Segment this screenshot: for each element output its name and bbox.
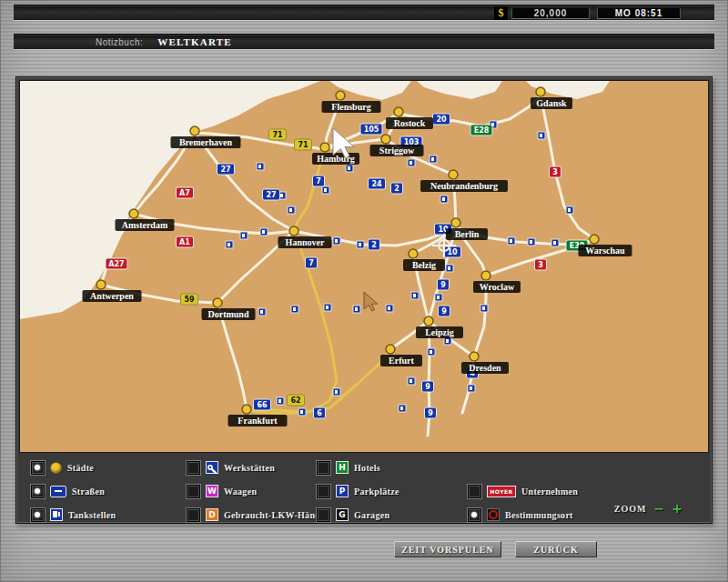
legend-checkbox-garagen[interactable] xyxy=(317,508,330,522)
svg-text:20: 20 xyxy=(436,115,447,124)
svg-text:3: 3 xyxy=(538,261,543,269)
legend-icon-waagen: W xyxy=(206,485,218,497)
fuel-station-icon xyxy=(288,206,295,214)
road-number-badge: 7 xyxy=(306,257,318,268)
notebook-label: Notizbuch: xyxy=(96,37,143,47)
legend-label-tankstellen: Tankstellen xyxy=(68,510,116,520)
clock-display: MO 08:51 xyxy=(597,7,681,19)
fuel-station-icon xyxy=(528,238,535,246)
fast-forward-time-button[interactable]: ZEIT VORSPULEN xyxy=(394,541,501,557)
svg-text:71: 71 xyxy=(272,131,283,139)
map-legend: StädteStraßenTankstellenWerkstättenWWaag… xyxy=(20,456,708,519)
legend-label-garagen: Garagen xyxy=(354,510,389,520)
svg-text:Wroclaw: Wroclaw xyxy=(480,282,515,292)
legend-icon-parkplaetze: P xyxy=(336,485,349,497)
legend-checkbox-unternehmen[interactable] xyxy=(468,485,481,498)
road-number-badge: 66 xyxy=(254,399,271,410)
road-number-badge: 9 xyxy=(439,306,450,316)
legend-label-unternehmen: Unternehmen xyxy=(521,487,578,497)
svg-text:27: 27 xyxy=(266,191,276,199)
road-number-badge: A1 xyxy=(177,236,194,247)
road-number-badge: 9 xyxy=(425,407,437,418)
svg-text:A7: A7 xyxy=(179,189,190,197)
road-number-badge: 105 xyxy=(360,124,382,135)
legend-label-waagen: Waagen xyxy=(224,487,257,497)
svg-text:Warschau: Warschau xyxy=(585,246,625,256)
legend-icon-bestimmungsort xyxy=(487,508,500,521)
road-number-badge: 3 xyxy=(535,259,547,270)
svg-text:E28: E28 xyxy=(474,126,490,135)
legend-item-strassen: Straßen xyxy=(31,484,105,498)
fuel-station-icon xyxy=(240,232,248,239)
svg-text:Striggow: Striggow xyxy=(379,146,415,156)
fuel-station-icon xyxy=(538,132,545,139)
legend-item-unternehmen: HOYERUnternehmen xyxy=(468,484,578,498)
road-number-badge: E28 xyxy=(470,125,492,135)
legend-label-hotels: Hotels xyxy=(354,463,380,473)
legend-checkbox-waagen[interactable] xyxy=(187,485,200,498)
svg-text:Dortmund: Dortmund xyxy=(207,309,248,319)
fuel-station-icon xyxy=(353,306,360,313)
legend-checkbox-gebraucht-lkw[interactable] xyxy=(187,508,200,522)
road-number-badge: 71 xyxy=(269,129,287,140)
road-number-badge: 10 xyxy=(444,246,461,257)
road-number-badge: A7 xyxy=(177,187,194,198)
legend-checkbox-staedte[interactable] xyxy=(31,461,45,475)
legend-checkbox-bestimmungsort[interactable] xyxy=(468,508,481,522)
svg-text:66: 66 xyxy=(257,401,268,409)
notebook-bar: Notizbuch: WELTKARTE xyxy=(14,34,714,49)
legend-icon-garagen: G xyxy=(336,508,349,521)
zoom-out-button[interactable]: − xyxy=(654,503,665,514)
road-number-badge: 24 xyxy=(369,178,386,189)
svg-text:2: 2 xyxy=(394,185,399,193)
zoom-label: ZOOM xyxy=(614,504,647,514)
fuel-station-icon xyxy=(430,156,437,163)
fuel-station-icon xyxy=(480,305,488,312)
fuel-station-icon xyxy=(258,308,266,316)
svg-text:Amsterdam: Amsterdam xyxy=(122,220,168,230)
road-number-badge: 6 xyxy=(314,407,326,418)
svg-text:Antwerpen: Antwerpen xyxy=(90,291,134,301)
fuel-station-icon xyxy=(226,241,233,248)
svg-text:6: 6 xyxy=(317,409,322,417)
back-button[interactable]: ZURÜCK xyxy=(515,541,597,557)
legend-item-garagen: GGaragen xyxy=(317,507,389,522)
road-number-badge: 59 xyxy=(181,294,198,305)
svg-text:Flensburg: Flensburg xyxy=(331,102,370,112)
fuel-station-icon xyxy=(277,397,284,405)
fuel-station-icon xyxy=(322,186,329,194)
svg-text:59: 59 xyxy=(184,296,195,304)
legend-icon-strassen xyxy=(50,486,66,497)
svg-text:Erfurt: Erfurt xyxy=(389,356,414,366)
fuel-station-icon xyxy=(408,377,415,385)
fuel-station-icon xyxy=(444,337,451,345)
legend-checkbox-strassen[interactable] xyxy=(31,485,45,498)
svg-text:Rostock: Rostock xyxy=(394,118,426,128)
road-number-badge: 2 xyxy=(369,239,380,250)
legend-label-staedte: Städte xyxy=(67,463,94,473)
legend-item-tankstellen: Tankstellen xyxy=(31,507,116,522)
zoom-in-button[interactable]: + xyxy=(672,503,682,514)
legend-checkbox-hotels[interactable] xyxy=(317,461,330,475)
fuel-station-icon xyxy=(333,237,340,245)
fuel-station-icon xyxy=(298,408,306,416)
map-canvas[interactable]: 10510320E282727A724277A1A2721010E3033995… xyxy=(20,81,708,452)
legend-icon-werkstaetten xyxy=(206,461,218,474)
svg-text:Bremerhaven: Bremerhaven xyxy=(179,137,233,147)
legend-checkbox-werkstaetten[interactable] xyxy=(187,461,200,475)
svg-text:A27: A27 xyxy=(108,260,124,268)
road-number-badge: 62 xyxy=(288,395,305,406)
road-number-badge: A27 xyxy=(106,258,127,269)
road-number-badge: 7 xyxy=(313,176,325,186)
svg-text:Leipzig: Leipzig xyxy=(425,327,454,337)
fuel-station-icon xyxy=(346,165,353,172)
svg-text:2: 2 xyxy=(371,241,377,249)
svg-text:9: 9 xyxy=(441,307,447,316)
hud-bar: $ 20,000 MO 08:51 xyxy=(14,5,714,20)
legend-checkbox-parkplaetze[interactable] xyxy=(317,485,330,498)
legend-item-gebraucht-lkw: DGebraucht-LKW-Händ xyxy=(187,507,320,522)
legend-checkbox-tankstellen[interactable] xyxy=(31,508,45,522)
world-map[interactable]: 10510320E282727A724277A1A2721010E3033995… xyxy=(20,81,708,452)
fuel-station-icon xyxy=(386,305,393,312)
fuel-station-icon xyxy=(324,304,331,311)
